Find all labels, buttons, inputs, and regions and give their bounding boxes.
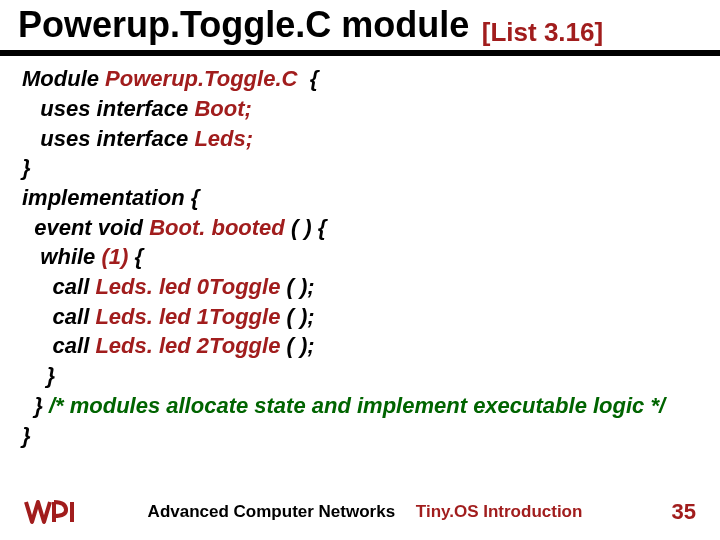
- footer-course: Advanced Computer Networks: [148, 502, 396, 521]
- code-line: Leds. led 0Toggle: [95, 274, 280, 299]
- code-line: event void: [22, 215, 149, 240]
- code-listing: Module Powerup.Toggle.C { uses interface…: [0, 56, 720, 450]
- code-line: }: [22, 423, 31, 448]
- code-line: Leds;: [194, 126, 253, 151]
- code-line: Boot. booted: [149, 215, 285, 240]
- code-line: {: [128, 244, 143, 269]
- listing-number: [List 3.16]: [482, 17, 603, 47]
- footer-text: Advanced Computer Networks Tiny.OS Intro…: [84, 502, 646, 522]
- code-line: }: [22, 363, 55, 388]
- code-line: call: [22, 304, 95, 329]
- svg-rect-0: [70, 502, 74, 522]
- slide-title: Powerup.Toggle.C module: [18, 4, 469, 45]
- code-line: Leds. led 1Toggle: [95, 304, 280, 329]
- page-number: 35: [646, 499, 696, 525]
- code-line: {: [304, 66, 319, 91]
- code-line: uses interface: [22, 126, 194, 151]
- code-line: Leds. led 2Toggle: [95, 333, 280, 358]
- code-line: }: [22, 155, 31, 180]
- code-line: Module: [22, 66, 105, 91]
- code-line: call: [22, 274, 95, 299]
- footer: Advanced Computer Networks Tiny.OS Intro…: [0, 498, 720, 526]
- footer-topic: Tiny.OS Introduction: [416, 502, 583, 521]
- code-line: ( );: [280, 274, 314, 299]
- code-line: ( ) {: [285, 215, 327, 240]
- code-line: Boot;: [194, 96, 251, 121]
- slide: Powerup.Toggle.C module [List 3.16] Modu…: [0, 0, 720, 540]
- code-line: ( );: [280, 304, 314, 329]
- code-line: while: [22, 244, 101, 269]
- code-comment: /* modules allocate state and implement …: [49, 393, 665, 418]
- code-line: ( );: [280, 333, 314, 358]
- code-line: call: [22, 333, 95, 358]
- code-line: Powerup.Toggle.C: [105, 66, 303, 91]
- code-line: uses interface: [22, 96, 194, 121]
- wpi-logo-icon: [24, 498, 80, 526]
- code-line: }: [22, 393, 49, 418]
- code-line: implementation {: [22, 185, 199, 210]
- code-line: (1): [101, 244, 128, 269]
- title-bar: Powerup.Toggle.C module [List 3.16]: [0, 0, 720, 56]
